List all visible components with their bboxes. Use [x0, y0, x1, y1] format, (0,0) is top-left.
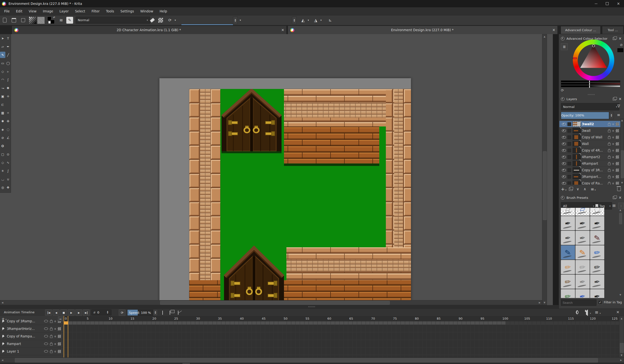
- timeline-vscrollbar[interactable]: ▲ ▼: [619, 316, 624, 357]
- layer-thumbnail[interactable]: [572, 121, 581, 127]
- layer-checkbox[interactable]: [568, 142, 571, 146]
- layer-thumbnail[interactable]: [572, 181, 581, 185]
- splitter-grip[interactable]: [308, 306, 316, 307]
- menu-item[interactable]: Edit: [13, 7, 26, 15]
- lock-layer-icon[interactable]: [50, 351, 53, 353]
- add-blank-frame-icon[interactable]: [162, 311, 163, 315]
- visibility-eye-icon[interactable]: [562, 129, 566, 132]
- close-button[interactable]: ×: [613, 0, 624, 7]
- brush-search-input[interactable]: [561, 299, 597, 306]
- color-slider-1[interactable]: [561, 80, 620, 82]
- inherit-alpha-icon[interactable]: [58, 335, 61, 338]
- brush-preset-tile[interactable]: ✒: [590, 275, 604, 289]
- lock-docker-icon[interactable]: [561, 196, 565, 199]
- layer-checkbox[interactable]: [568, 129, 571, 133]
- add-duplicate-frame-icon[interactable]: [170, 311, 170, 315]
- current-frame-spinbox[interactable]: # 0 ▲▼: [91, 309, 111, 315]
- brush-preset-tile[interactable]: ✒: [575, 289, 590, 298]
- timeline-layer-row[interactable]: Copy of 3Ramp... α: [0, 317, 63, 325]
- timeline-layer-name[interactable]: Layer 1: [7, 349, 44, 353]
- slider-handle[interactable]: [589, 85, 590, 88]
- layer-name[interactable]: Copy of Ra...: [582, 181, 608, 185]
- layer-row[interactable]: Copy of Wall α: [559, 134, 620, 141]
- opacity-spinner[interactable]: ▲▼: [233, 17, 238, 24]
- menu-item[interactable]: Select: [72, 7, 88, 15]
- float-docker-icon[interactable]: [613, 98, 616, 100]
- brush-preset-tile[interactable]: ✒: [575, 231, 590, 245]
- layer-checkbox[interactable]: [568, 175, 571, 179]
- timeline-ruler[interactable]: 0510152025303540455055606570758085909510…: [63, 316, 619, 321]
- timeline-layer-name[interactable]: Copy of 3Ramp...: [7, 319, 44, 323]
- lock-docker-icon[interactable]: [561, 37, 565, 40]
- layer-checkbox[interactable]: [568, 122, 571, 126]
- minimize-button[interactable]: [590, 0, 601, 7]
- tool-button[interactable]: ▹: [5, 68, 11, 74]
- tool-button[interactable]: ▢: [0, 151, 5, 157]
- tab-environment-design[interactable]: Environment Design.kra (227.0 MiB) * ×: [288, 25, 558, 34]
- layer-thumbnail[interactable]: [572, 161, 581, 166]
- tool-button[interactable]: ▦: [0, 110, 5, 116]
- delete-layer-icon[interactable]: [617, 187, 621, 191]
- swap-colors-icon[interactable]: ⇄: [53, 16, 55, 19]
- menu-item[interactable]: Tools: [103, 7, 117, 15]
- layer-row[interactable]: Wall α: [559, 141, 620, 147]
- add-layer-caret-icon[interactable]: ▾: [5, 318, 7, 321]
- playhead-column[interactable]: [64, 316, 68, 357]
- menu-item[interactable]: Layer: [56, 7, 72, 15]
- transport-button[interactable]: ┃◀: [45, 309, 52, 316]
- audio-caret-icon[interactable]: ▾: [590, 312, 591, 315]
- alpha-lock-icon[interactable]: α: [612, 136, 614, 139]
- menu-item[interactable]: View: [26, 7, 40, 15]
- brush-preset-tile[interactable]: ✏: [561, 289, 575, 298]
- tool-button[interactable]: ∫: [5, 168, 11, 174]
- menu-caret-icon[interactable]: ▾: [600, 312, 601, 315]
- brush-details-icon[interactable]: ⋮: [618, 203, 624, 209]
- inherit-alpha-icon[interactable]: [616, 175, 619, 178]
- save-icon[interactable]: [20, 17, 26, 24]
- inherit-alpha-icon[interactable]: [616, 142, 619, 146]
- visibility-eye-icon[interactable]: [562, 143, 566, 145]
- tool-button[interactable]: ✱: [5, 85, 11, 91]
- inherit-alpha-icon[interactable]: [616, 149, 619, 152]
- tab-advanced-colour[interactable]: Advanced Colour ...: [561, 26, 601, 34]
- scroll-up-icon[interactable]: ▲: [542, 35, 547, 38]
- tool-button[interactable]: T: [5, 35, 11, 41]
- tool-button[interactable]: ◈: [0, 126, 5, 133]
- brush-view-mode-icon[interactable]: ≡: [612, 203, 616, 208]
- inherit-alpha-icon[interactable]: [616, 162, 619, 165]
- layer-checkbox[interactable]: [568, 168, 571, 172]
- tool-button[interactable]: ✥: [5, 184, 11, 191]
- brush-preset-tile[interactable]: ✒: [590, 216, 604, 230]
- layer-checkbox[interactable]: [568, 149, 571, 152]
- scroll-up-icon[interactable]: ▲: [619, 317, 624, 320]
- layer-name[interactable]: Copy of 3R...: [582, 168, 608, 172]
- tool-button[interactable]: ✧: [5, 110, 11, 116]
- alpha-lock-icon[interactable]: α: [612, 129, 614, 132]
- tool-button[interactable]: ⊏: [0, 101, 5, 108]
- scroll-thumb[interactable]: [619, 213, 622, 224]
- alpha-lock-icon[interactable]: α: [612, 142, 614, 146]
- layer-row[interactable]: 4Rampart α: [559, 160, 620, 167]
- playback-range-ticks[interactable]: [64, 321, 506, 324]
- timeline-frame-grid[interactable]: [63, 324, 619, 357]
- brush-preset-tile[interactable]: ✏: [561, 260, 575, 274]
- move-layer-down-icon[interactable]: ∨: [576, 187, 579, 191]
- brush-preset-tile[interactable]: ▱: [575, 208, 590, 216]
- visibility-eye-icon[interactable]: [562, 136, 566, 139]
- new-document-icon[interactable]: [1, 17, 8, 24]
- transport-button[interactable]: ◀: [53, 309, 59, 316]
- visibility-eye-icon[interactable]: [44, 320, 48, 322]
- layer-name[interactable]: Wall: [582, 142, 608, 146]
- speed-spinbox[interactable]: Speed: 100 %: [127, 309, 153, 316]
- mirror-horizontal-icon[interactable]: ◭: [299, 17, 307, 24]
- visibility-eye-icon[interactable]: [562, 162, 566, 165]
- color-slider-2[interactable]: [561, 83, 620, 85]
- brush-preset-tile[interactable]: ✎: [561, 245, 575, 260]
- visibility-eye-icon[interactable]: [562, 149, 566, 152]
- menu-item[interactable]: Filter: [88, 7, 103, 15]
- transport-button[interactable]: ▶: [68, 309, 75, 316]
- layer-name[interactable]: 3Rampart...: [582, 175, 608, 179]
- mirror-h-caret-icon[interactable]: ▾: [307, 17, 310, 24]
- brush-preset-tile[interactable]: ✏: [575, 260, 590, 274]
- tool-button[interactable]: ↝: [0, 85, 5, 91]
